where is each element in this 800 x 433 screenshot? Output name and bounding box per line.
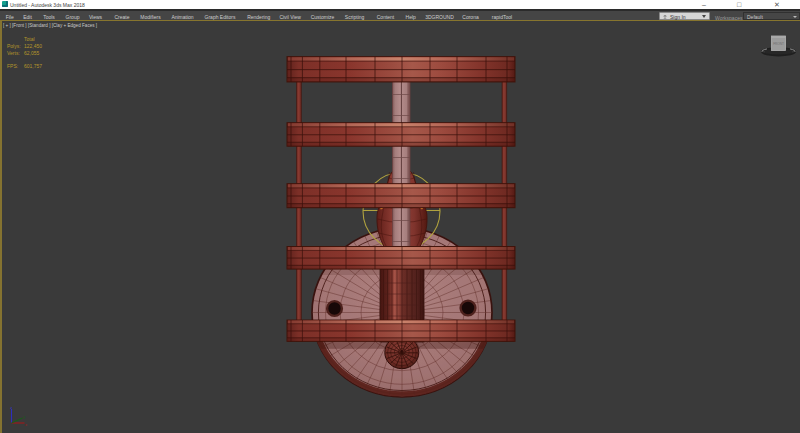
svg-text:FRONT: FRONT: [773, 42, 784, 46]
svg-text:z: z: [10, 405, 12, 410]
svg-text:x: x: [25, 422, 27, 427]
svg-text:y: y: [24, 414, 26, 419]
